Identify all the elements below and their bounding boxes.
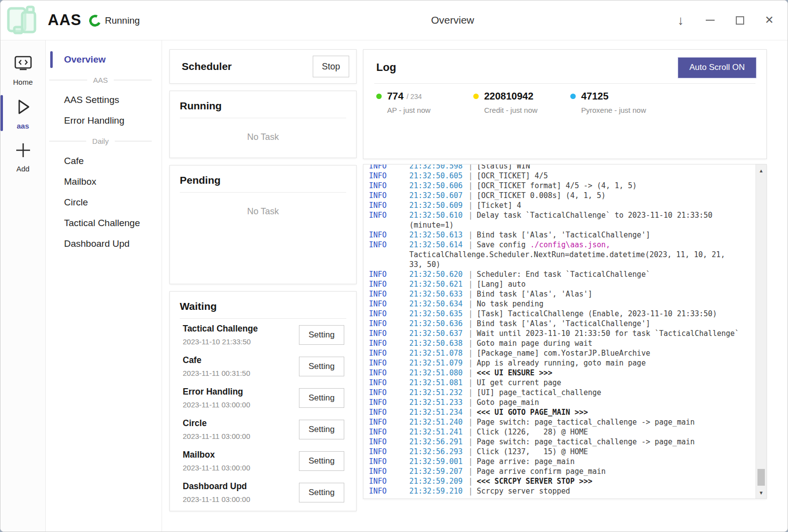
stat-value: 774: [387, 91, 403, 102]
nav-item-circle[interactable]: Circle: [46, 192, 162, 213]
plus-icon: [14, 141, 33, 162]
rail-item-label: Add: [16, 165, 30, 173]
waiting-title: Waiting: [180, 300, 346, 312]
running-panel: Running No Task: [169, 91, 357, 158]
log-output-panel[interactable]: INFO21:32:50.598|[Status] WININFO21:32:5…: [363, 164, 767, 499]
stat-credit: 220810942Credit - just now: [473, 91, 570, 114]
log-scrollbar[interactable]: ▲ ▼: [755, 165, 766, 499]
log-stats: 774/ 234AP - just now220810942Credit - j…: [373, 91, 756, 114]
pending-panel: Pending No Task: [169, 165, 357, 284]
scrollbar-down-icon[interactable]: ▼: [756, 487, 766, 499]
auto-scroll-button[interactable]: Auto Scroll ON: [678, 57, 756, 78]
log-entry: INFO21:32:59.209|<<< SCRCPY SERVER STOP …: [369, 476, 755, 486]
stop-button[interactable]: Stop: [313, 56, 349, 77]
nav-item-mailbox[interactable]: Mailbox: [46, 171, 162, 192]
log-entry: INFO21:32:50.614|Save config ./config\aa…: [369, 240, 755, 250]
log-entry: INFO21:32:50.635|[Task] TacticalChalleng…: [369, 309, 755, 319]
log-entry: INFO21:32:50.613|Bind task ['Alas', 'Tac…: [369, 230, 755, 240]
task-name: Mailbox: [183, 450, 250, 460]
running-empty-text: No Task: [180, 132, 346, 142]
task-next-run: 2023-11-10 21:33:50: [183, 337, 258, 346]
nav-item-cafe[interactable]: Cafe: [46, 151, 162, 171]
app-name: AAS: [48, 11, 81, 29]
log-entry: INFO21:32:50.598|[Status] WIN: [369, 164, 755, 171]
rail-item-aas[interactable]: aas: [0, 91, 45, 135]
stat-pyroxene: 47125Pyroxene - just now: [570, 91, 667, 114]
pending-title: Pending: [180, 174, 346, 186]
rail-item-home[interactable]: Home: [0, 49, 45, 91]
log-entry: INFO21:32:50.637|Wait until 2023-11-10 2…: [369, 329, 755, 338]
log-entry: INFO21:32:50.620|Scheduler: End task `Ta…: [369, 269, 755, 279]
log-entry: INFO21:32:59.207|Page arrive confirm pag…: [369, 466, 755, 476]
log-entry: INFO21:32:59.210|Scrcpy server stopped: [369, 486, 755, 496]
setting-button[interactable]: Setting: [299, 388, 344, 408]
task-next-run: 2023-11-11 03:00:00: [183, 432, 250, 440]
setting-button[interactable]: Setting: [299, 325, 344, 345]
waiting-task-info: Dashboard Upd2023-11-11 03:00:00: [183, 481, 250, 503]
app-logo-icon: [4, 2, 40, 38]
scrollbar-track[interactable]: [756, 176, 766, 487]
log-entry: INFO21:32:51.241|Click (1226, 28) @ HOME: [369, 427, 755, 437]
nav-divider-aas: AAS: [46, 70, 162, 90]
waiting-task-circle: Circle2023-11-11 03:00:00Setting: [180, 413, 346, 445]
nav-item-dashboard-upd[interactable]: Dashboard Upd: [46, 233, 162, 254]
rail-item-add[interactable]: Add: [0, 135, 45, 178]
task-next-run: 2023-11-11 03:00:00: [183, 495, 250, 503]
minimize-icon[interactable]: [704, 14, 717, 27]
stat-label: AP - just now: [376, 106, 473, 114]
stat-label: Credit - just now: [473, 106, 570, 114]
scroll-down-icon[interactable]: ↓: [674, 14, 687, 27]
task-next-run: 2023-11-11 03:00:00: [183, 464, 250, 472]
nav-item-tactical-challenge[interactable]: Tactical Challenge: [46, 213, 162, 233]
rail-item-label: aas: [17, 122, 29, 130]
setting-button[interactable]: Setting: [299, 451, 344, 471]
log-entry-continuation: TacticalChallenge.Scheduler.NextRun=date…: [369, 250, 755, 260]
stat-dot-icon: [376, 94, 382, 99]
waiting-task-dashboard-upd: Dashboard Upd2023-11-11 03:00:00Setting: [180, 476, 346, 508]
setting-button[interactable]: Setting: [299, 483, 344, 502]
task-name: Dashboard Upd: [183, 481, 250, 492]
waiting-task-mailbox: Mailbox2023-11-11 03:00:00Setting: [180, 445, 346, 476]
stat-suffix: / 234: [406, 93, 422, 100]
log-entry: INFO21:32:51.240|Page switch: page_tacti…: [369, 417, 755, 427]
divider: [180, 192, 346, 193]
waiting-task-cafe: Cafe2023-11-11 00:31:50Setting: [180, 350, 346, 382]
setting-button[interactable]: Setting: [299, 357, 344, 376]
task-next-run: 2023-11-11 03:00:00: [183, 400, 250, 409]
running-title: Running: [180, 100, 346, 112]
log-entry: INFO21:32:50.636|Bind task ['Alas', 'Tac…: [369, 319, 755, 329]
nav-item-error-handling[interactable]: Error Handling: [46, 110, 162, 131]
scrollbar-thumb[interactable]: [757, 469, 765, 486]
waiting-panel: Waiting Tactical Challenge2023-11-10 21:…: [169, 291, 357, 511]
stat-dot-icon: [473, 94, 479, 99]
waiting-task-error-handling: Error Handling2023-11-11 03:00:00Setting: [180, 382, 346, 413]
scrollbar-up-icon[interactable]: ▲: [756, 165, 766, 176]
log-lines: INFO21:32:50.598|[Status] WININFO21:32:5…: [363, 164, 755, 499]
setting-button[interactable]: Setting: [299, 420, 344, 439]
waiting-task-info: Circle2023-11-11 03:00:00: [183, 418, 250, 440]
task-name: Cafe: [183, 355, 250, 366]
log-entry: INFO21:32:56.293|Click (1237, 15) @ HOME: [369, 447, 755, 457]
log-entry: INFO21:32:50.633|Bind task ['Alas', 'Ala…: [369, 289, 755, 299]
window-controls: ↓ ✕: [674, 0, 776, 40]
log-entry: INFO21:32:50.609|[Ticket] 4: [369, 200, 755, 210]
task-name: Circle: [183, 418, 250, 429]
log-entry: INFO21:32:50.634|No task pending: [369, 299, 755, 309]
log-entry: INFO21:32:51.233|Goto page_main: [369, 398, 755, 407]
log-entry: INFO21:32:50.610|Delay task `TacticalCha…: [369, 210, 755, 220]
nav-divider-daily: Daily: [46, 131, 162, 151]
waiting-task-info: Cafe2023-11-11 00:31:50: [183, 355, 250, 377]
maximize-icon[interactable]: [733, 14, 746, 27]
nav-item-overview[interactable]: Overview: [46, 49, 162, 70]
nav-item-aas-settings[interactable]: AAS Settings: [46, 90, 162, 110]
log-entry: INFO21:32:51.078|[Package_name] com.Yost…: [369, 348, 755, 358]
waiting-task-info: Tactical Challenge2023-11-10 21:33:50: [183, 324, 258, 346]
app-window: AAS Running Overview ↓ ✕ Home: [0, 0, 788, 532]
stat-ap: 774/ 234AP - just now: [376, 91, 473, 114]
close-icon[interactable]: ✕: [763, 14, 776, 27]
icon-rail: Home aas Add: [0, 40, 46, 532]
play-icon: [14, 97, 33, 119]
task-name: Tactical Challenge: [183, 324, 258, 334]
log-entry: INFO21:32:50.605|[OCR_TICKET] 4/5: [369, 171, 755, 181]
rail-item-label: Home: [13, 78, 33, 86]
